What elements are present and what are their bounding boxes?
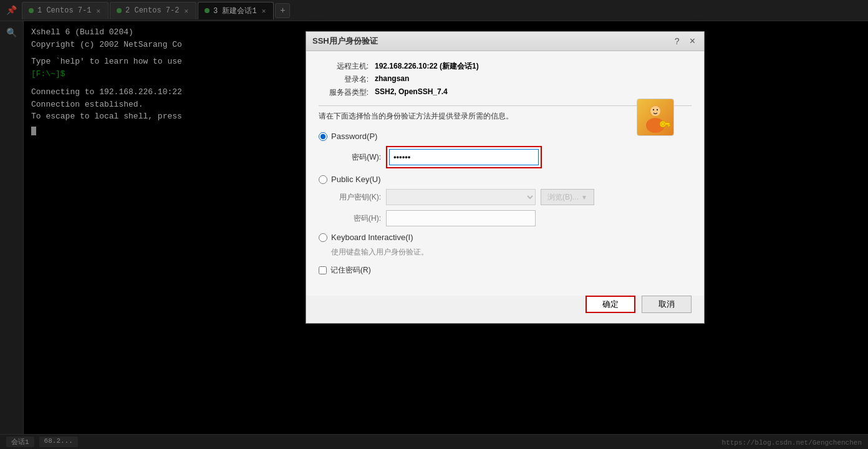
pubkey-fields: 用户密钥(K): 浏览(B)... ▼ 密码(H): (331, 189, 692, 226)
auth-keyboard-option: Keyboard Interactive(I) (319, 233, 692, 242)
auth-keyboard-label[interactable]: Keyboard Interactive(I) (331, 233, 413, 242)
password-row: 密码(W): (331, 146, 692, 168)
username-label: 登录名: (319, 74, 369, 85)
dialog-body: 远程主机: 192.168.226.10:22 (新建会话1) 登录名: zha… (306, 51, 704, 296)
auth-password-option: Password(P) (319, 132, 692, 141)
server-type-label: 服务器类型: (319, 87, 369, 98)
instruction-text: 请在下面选择恰当的身份验证方法并提供登录所需的信息。 (319, 111, 692, 122)
username-value: zhangsan (375, 74, 692, 83)
browse-label: 浏览(B)... (547, 192, 579, 203)
browse-button[interactable]: 浏览(B)... ▼ (541, 189, 594, 205)
dialog-close-button[interactable]: × (687, 36, 698, 47)
auth-password-label[interactable]: Password(P) (331, 132, 377, 141)
password-field-container: 密码(W): (331, 146, 692, 168)
auth-pubkey-label[interactable]: Public Key(U) (331, 175, 380, 184)
dialog-footer: 确定 取消 (306, 296, 704, 323)
auth-pubkey-option: Public Key(U) (319, 175, 692, 184)
keyboard-desc: 使用键盘输入用户身份验证。 (331, 247, 692, 258)
server-type-value: SSH2, OpenSSH_7.4 (375, 87, 692, 96)
pubkey-userkey-select[interactable] (386, 189, 536, 205)
ssh-auth-dialog: SSH用户身份验证 ? × (306, 31, 705, 324)
pubkey-password-input[interactable] (386, 210, 536, 226)
svg-point-2 (650, 106, 660, 116)
auth-password-section: Password(P) 密码(W): (319, 132, 692, 168)
auth-pubkey-section: Public Key(U) 用户密钥(K): 浏览(B)... ▼ 密码(H): (319, 175, 692, 226)
pubkey-password-label: 密码(H): (331, 213, 381, 224)
remote-host-value: 192.168.226.10:22 (新建会话1) (375, 61, 692, 72)
avatar-svg (640, 102, 671, 133)
info-grid: 远程主机: 192.168.226.10:22 (新建会话1) 登录名: zha… (319, 61, 692, 98)
radio-keyboard[interactable] (319, 233, 327, 242)
svg-point-4 (657, 109, 658, 110)
password-input[interactable] (389, 149, 539, 165)
remember-label[interactable]: 记住密码(R) (330, 265, 371, 276)
avatar-image (637, 99, 674, 136)
avatar (637, 99, 677, 138)
remember-checkbox[interactable] (319, 266, 327, 274)
dialog-controls: ? × (672, 36, 698, 47)
svg-rect-9 (669, 125, 670, 126)
radio-password[interactable] (319, 132, 327, 141)
dialog-help-button[interactable]: ? (672, 36, 682, 46)
password-field-label: 密码(W): (331, 152, 381, 163)
info-section: 远程主机: 192.168.226.10:22 (新建会话1) 登录名: zha… (319, 61, 692, 98)
browse-arrow-icon: ▼ (581, 194, 587, 201)
pubkey-userkey-label: 用户密钥(K): (331, 192, 381, 203)
remember-password-row: 记住密码(R) (319, 265, 692, 276)
pubkey-password-row: 密码(H): (331, 210, 692, 226)
divider (319, 105, 692, 106)
auth-keyboard-section: Keyboard Interactive(I) 使用键盘输入用户身份验证。 (319, 233, 692, 258)
dialog-titlebar: SSH用户身份验证 ? × (306, 32, 704, 51)
password-highlight-box (386, 146, 542, 168)
svg-rect-8 (668, 125, 669, 127)
pubkey-userkey-row: 用户密钥(K): 浏览(B)... ▼ (331, 189, 692, 205)
cancel-button[interactable]: 取消 (642, 296, 692, 313)
remote-host-label: 远程主机: (319, 61, 369, 72)
radio-pubkey[interactable] (319, 175, 327, 184)
svg-point-3 (653, 109, 654, 110)
browse-button-group: 浏览(B)... ▼ (541, 189, 594, 205)
svg-rect-7 (665, 123, 670, 125)
ok-button[interactable]: 确定 (586, 296, 635, 313)
dialog-title: SSH用户身份验证 (312, 36, 378, 47)
